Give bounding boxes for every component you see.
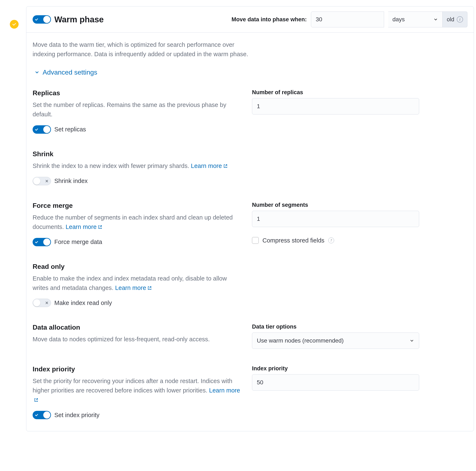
external-link-icon [98,225,102,229]
shrink-section: Shrink Shrink the index to a new index w… [33,150,467,187]
segments-field-label: Number of segments [252,202,419,208]
read-only-title: Read only [33,263,244,270]
learn-more-text: Learn more [66,223,97,230]
panel-header: Warm phase Move data into phase when: da… [26,6,474,33]
learn-more-text: Learn more [115,285,146,291]
replicas-section: Replicas Set the number of replicas. Rem… [33,89,467,135]
external-link-icon [34,398,38,402]
compress-checkbox[interactable] [252,237,259,244]
chevron-down-icon [433,17,438,22]
tier-selected-value: Use warm nodes (recommended) [257,337,344,344]
priority-desc-text: Set the priority for recovering your ind… [33,378,232,394]
cross-icon [45,300,49,306]
check-icon [12,22,17,27]
info-icon[interactable]: i [457,16,463,23]
old-suffix-badge: old i [442,12,467,27]
force-merge-learn-more-link[interactable]: Learn more [66,223,102,230]
tier-field-label: Data tier options [252,323,419,330]
age-unit-select[interactable]: days [388,12,442,27]
external-link-icon [223,164,228,168]
move-phase-label: Move data into phase when: [232,16,307,23]
set-replicas-label: Set replicas [54,126,86,133]
priority-desc: Set the priority for recovering your ind… [33,376,244,404]
shrink-desc-text: Shrink the index to a new index with few… [33,163,191,169]
chevron-down-icon [34,69,40,75]
replicas-input[interactable] [252,98,419,115]
replicas-title: Replicas [33,89,244,97]
force-merge-desc-text: Reduce the number of segments in each in… [33,214,233,230]
warm-phase-toggle[interactable] [33,15,51,24]
advanced-settings-label: Advanced settings [43,68,97,76]
tier-select[interactable]: Use warm nodes (recommended) [252,333,419,349]
set-priority-toggle[interactable]: Set index priority [33,411,100,419]
allocation-title: Data allocation [33,323,244,331]
check-icon [35,16,38,23]
chevron-down-icon [409,338,414,343]
phase-status-badge [10,20,18,29]
compress-label: Compress stored fields [262,237,324,244]
check-icon [35,126,38,133]
force-merge-title: Force merge [33,202,244,209]
check-icon [35,412,38,418]
force-merge-section: Force merge Reduce the number of segment… [33,202,467,248]
read-only-desc: Enable to make the index and index metad… [33,274,244,293]
check-icon [35,239,38,245]
data-allocation-section: Data allocation Move data to nodes optim… [33,323,467,350]
index-priority-section: Index priority Set the priority for reco… [33,365,467,421]
cross-icon [45,178,49,185]
shrink-learn-more-link[interactable]: Learn more [191,163,228,169]
allocation-desc: Move data to nodes optimized for less-fr… [33,335,244,344]
panel-title: Warm phase [54,15,104,24]
segments-input[interactable] [252,211,419,227]
set-replicas-toggle[interactable]: Set replicas [33,125,86,134]
read-only-label: Make index read only [54,300,112,306]
warm-phase-panel: Warm phase Move data into phase when: da… [26,6,474,431]
read-only-toggle[interactable]: Make index read only [33,299,112,307]
read-only-learn-more-link[interactable]: Learn more [115,285,152,291]
shrink-desc: Shrink the index to a new index with few… [33,161,244,171]
external-link-icon [147,286,152,290]
phase-description: Move data to the warm tier, which is opt… [33,40,252,59]
info-icon[interactable]: ? [328,237,334,243]
force-merge-toggle[interactable]: Force merge data [33,238,102,246]
replicas-desc: Set the number of replicas. Remains the … [33,100,244,119]
old-suffix-text: old [447,16,454,23]
priority-input[interactable] [252,374,419,391]
advanced-settings-toggle[interactable]: Advanced settings [33,68,467,76]
shrink-index-toggle[interactable]: Shrink index [33,177,88,185]
set-priority-label: Set index priority [54,412,100,419]
replicas-field-label: Number of replicas [252,89,419,96]
force-merge-desc: Reduce the number of segments in each in… [33,213,244,232]
learn-more-text: Learn more [209,387,240,394]
age-unit-value: days [392,16,405,23]
learn-more-text: Learn more [191,163,222,169]
priority-title: Index priority [33,365,244,373]
shrink-index-label: Shrink index [54,178,88,185]
priority-field-label: Index priority [252,365,419,372]
age-input[interactable] [311,12,384,27]
force-merge-label: Force merge data [54,238,102,245]
shrink-title: Shrink [33,150,244,158]
read-only-section: Read only Enable to make the index and i… [33,263,467,309]
